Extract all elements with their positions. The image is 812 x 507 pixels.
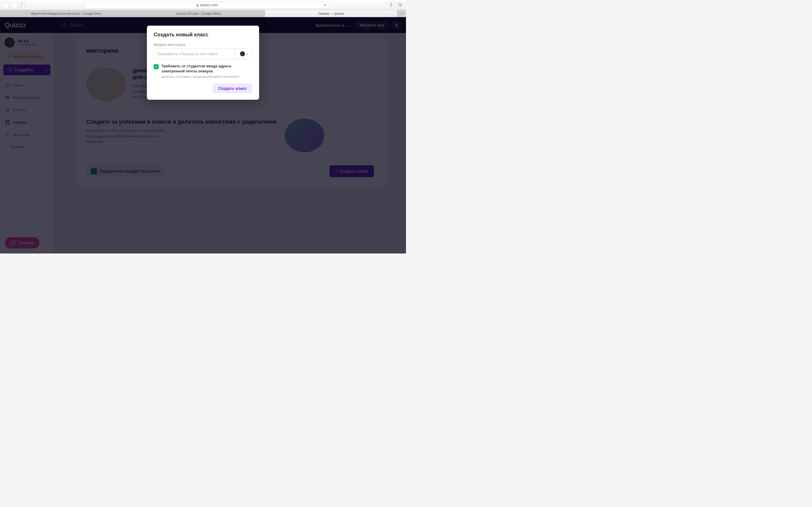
modal-overlay[interactable]: Создать новый класс Введите имя класса ▾… — [0, 17, 406, 253]
modal-input-label: Введите имя класса — [154, 43, 252, 47]
reload-icon[interactable]: ↻ — [324, 3, 327, 7]
svg-rect-4 — [398, 4, 401, 7]
url-text: quizizz.com — [200, 3, 218, 7]
forward-button[interactable]: › — [11, 2, 17, 8]
modal-title: Создать новый класс — [154, 32, 252, 38]
color-dot — [240, 51, 245, 56]
tabs-button[interactable] — [396, 2, 404, 8]
create-class-submit-button[interactable]: Создать класс — [213, 83, 252, 94]
back-button[interactable]: ‹ — [2, 2, 9, 8]
sidebar-toggle-button[interactable] — [19, 2, 26, 8]
lock-icon: 🔒 — [196, 3, 199, 6]
checkbox-sublabel: Делитесь отчетами о проделанной работе м… — [161, 75, 252, 78]
color-picker[interactable]: ▾ — [236, 48, 252, 59]
url-bar[interactable]: 🔒 quizizz.com ↻ — [84, 2, 329, 8]
svg-rect-0 — [20, 3, 24, 7]
browser-tab-bar: Aigerim Kenzhegarina survey quiziz - Goo… — [0, 10, 406, 17]
browser-tab[interactable]: Quizizz-RU.pptx - Google Slides — [133, 10, 265, 17]
browser-tab[interactable]: Aigerim Kenzhegarina survey quiziz - Goo… — [0, 10, 133, 17]
class-name-input[interactable] — [154, 48, 236, 59]
checkbox-label: Требовать от студентов ввода адреса элек… — [161, 64, 252, 74]
browser-tab-active[interactable]: Classes — Quizizz — [265, 10, 398, 17]
svg-rect-5 — [399, 3, 402, 6]
browser-toolbar: ‹ › 🔒 quizizz.com ↻ — [0, 0, 406, 10]
create-class-modal: Создать новый класс Введите имя класса ▾… — [147, 25, 259, 100]
share-button[interactable] — [388, 2, 395, 8]
new-tab-button[interactable]: + — [398, 10, 406, 17]
chevron-down-icon: ▾ — [247, 52, 248, 55]
require-email-checkbox[interactable]: ✓ — [154, 64, 159, 69]
